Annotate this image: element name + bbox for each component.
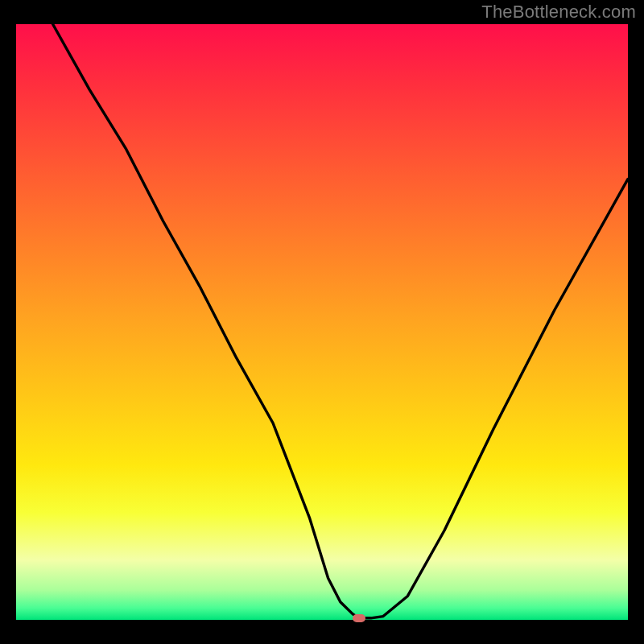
chart-frame: TheBottleneck.com	[0, 0, 644, 644]
line-curve	[16, 24, 628, 620]
minimum-marker	[353, 614, 365, 622]
watermark-text: TheBottleneck.com	[481, 2, 636, 23]
